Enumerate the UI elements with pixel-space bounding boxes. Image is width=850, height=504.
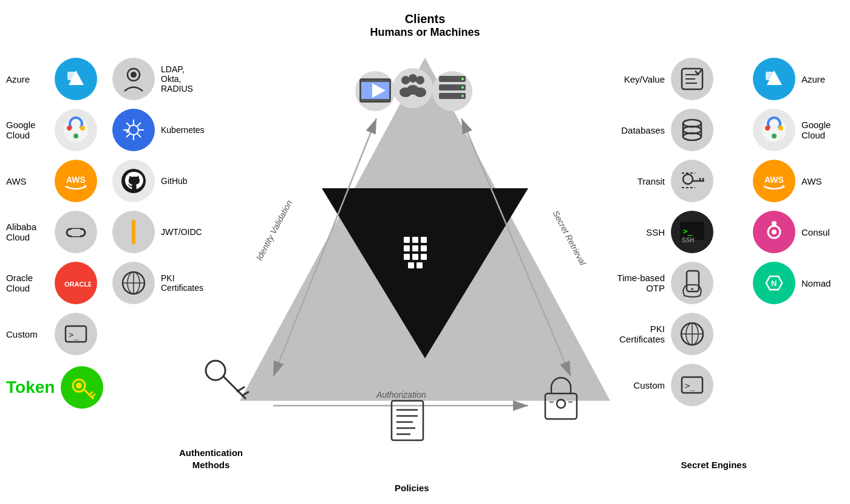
svg-line-42	[237, 387, 245, 392]
github-item: GitHub	[112, 160, 205, 202]
svg-rect-2	[421, 237, 427, 243]
otp-label: Time-based OTP	[610, 273, 665, 293]
google-cloud-left-item: Google Cloud	[6, 109, 103, 151]
token-item: Token	[6, 366, 103, 409]
custom-right-label: Custom	[610, 380, 665, 390]
custom-left-item: Custom >_	[6, 313, 103, 355]
aws-right-label: AWS	[801, 176, 844, 186]
custom-right-icon: >_	[671, 364, 713, 406]
google-cloud-left-icon	[55, 109, 97, 151]
svg-rect-8	[421, 254, 427, 260]
svg-point-18	[416, 76, 424, 84]
nomad-item: N Nomad	[753, 262, 844, 304]
transit-label: Transit	[610, 176, 665, 186]
svg-rect-62	[72, 229, 80, 236]
left-auth-column: LDAP, Okta, RADIUS ⎈	[112, 58, 205, 304]
header-title: Clients	[370, 12, 480, 26]
left-cloud-column: Azure Google Cloud AWS	[6, 58, 103, 409]
aws-right-item: AWS AWS	[753, 160, 844, 202]
ldap-icon	[112, 58, 155, 100]
alibaba-left-icon	[55, 211, 97, 253]
azure-left-icon	[55, 58, 97, 100]
pki-right-label: PKI Certificates	[610, 324, 665, 344]
main-diagram: Clients Humans or Machines	[0, 0, 850, 504]
svg-rect-116	[766, 72, 774, 80]
svg-text:>_: >_	[685, 381, 695, 391]
right-secret-engines-column: Key/Value Databases	[610, 58, 713, 406]
aws-left-item: AWS AWS	[6, 160, 103, 202]
svg-point-28	[461, 95, 464, 97]
consul-item: Consul	[753, 211, 844, 253]
jwt-label: JWT/OIDC	[161, 227, 202, 237]
databases-icon	[671, 109, 713, 151]
svg-text:>_: >_	[683, 226, 693, 236]
svg-rect-1	[412, 237, 418, 243]
oracle-left-icon: ORACLE	[55, 262, 97, 304]
pki-right-icon	[671, 313, 713, 355]
svg-rect-3	[404, 245, 410, 251]
transit-icon	[671, 160, 713, 202]
kubernetes-item: ⎈ Kubernetes	[112, 109, 205, 151]
github-icon	[112, 160, 155, 202]
databases-label: Databases	[610, 125, 665, 135]
pki-left-item: PKI Certificates	[112, 262, 205, 304]
svg-rect-10	[416, 262, 423, 268]
ldap-item: LDAP, Okta, RADIUS	[112, 58, 205, 100]
svg-point-119	[778, 126, 783, 131]
consul-icon	[753, 211, 795, 253]
svg-rect-6	[404, 254, 410, 260]
keyvalue-item: Key/Value	[610, 58, 713, 100]
header-subtitle: Humans or Machines	[370, 26, 480, 39]
aws-right-icon: AWS	[753, 160, 795, 202]
kubernetes-label: Kubernetes	[161, 125, 205, 135]
svg-text:ORACLE: ORACLE	[64, 281, 91, 288]
svg-text:N: N	[771, 279, 777, 288]
azure-right-item: Azure	[753, 58, 844, 100]
keyvalue-icon	[671, 58, 713, 100]
pki-right-item: PKI Certificates	[610, 313, 713, 355]
svg-point-16	[401, 76, 410, 84]
jwt-icon	[112, 211, 155, 253]
transit-item: Transit	[610, 160, 713, 202]
pki-left-icon	[112, 262, 155, 304]
policies-icon	[392, 401, 423, 440]
svg-point-21	[407, 85, 419, 95]
svg-point-40	[206, 361, 225, 380]
svg-text:SSH: SSH	[682, 237, 695, 243]
ldap-label: LDAP, Okta, RADIUS	[161, 64, 193, 94]
nomad-icon: N	[753, 262, 795, 304]
client-group-icon	[393, 68, 433, 108]
ssh-item: SSH >_ SSH	[610, 211, 713, 253]
svg-rect-85	[132, 220, 135, 244]
azure-right-label: Azure	[801, 74, 844, 84]
google-cloud-left-label: Google Cloud	[6, 120, 49, 140]
oracle-left-item: Oracle Cloud ORACLE	[6, 262, 103, 304]
alibaba-left-item: Alibaba Cloud	[6, 211, 103, 253]
svg-rect-4	[412, 245, 418, 251]
google-cloud-right-label: Google Cloud	[801, 120, 844, 140]
svg-point-118	[765, 126, 770, 131]
svg-rect-9	[408, 262, 414, 268]
header-section: Clients Humans or Machines	[370, 12, 480, 39]
nomad-label: Nomad	[801, 278, 844, 288]
svg-rect-0	[404, 237, 410, 243]
azure-left-label: Azure	[6, 74, 49, 84]
alibaba-left-label: Alibaba Cloud	[6, 222, 49, 242]
svg-point-56	[67, 126, 72, 131]
svg-point-120	[772, 134, 777, 138]
secret-engines-label: Secret Engines	[681, 459, 747, 471]
svg-point-51	[557, 400, 565, 408]
svg-point-57	[80, 126, 85, 131]
databases-item: Databases	[610, 109, 713, 151]
svg-point-125	[772, 221, 777, 226]
svg-rect-108	[687, 271, 699, 291]
ssh-icon: >_ SSH	[671, 211, 713, 253]
svg-point-72	[131, 72, 137, 78]
pki-left-label: PKI Certificates	[161, 273, 203, 293]
svg-text:Secret Retrieval: Secret Retrieval	[551, 209, 588, 267]
svg-text:AWS: AWS	[764, 175, 784, 185]
custom-right-item: Custom >_	[610, 364, 713, 406]
policies-label: Policies	[395, 483, 429, 493]
right-cloud-column: Azure Google Cloud AWS	[753, 58, 844, 304]
github-label: GitHub	[161, 176, 188, 186]
